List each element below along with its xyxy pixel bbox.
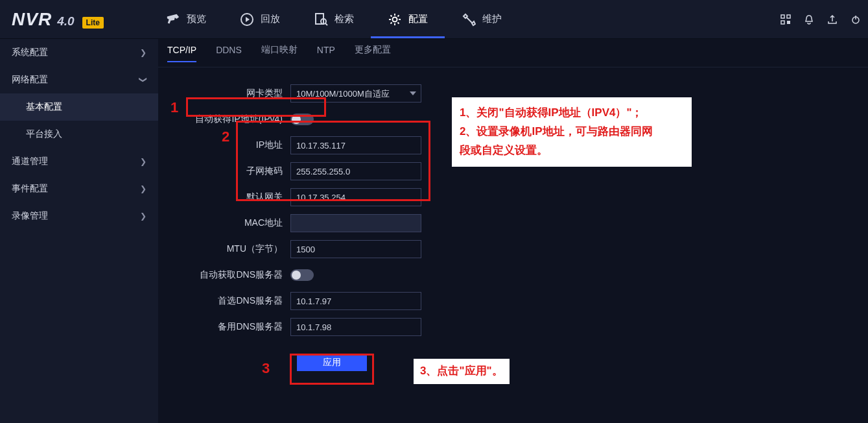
chevron-right-icon: ❯	[140, 48, 147, 57]
svg-rect-7	[781, 21, 784, 24]
nav-search[interactable]: 检索	[297, 0, 371, 38]
nav-label: 回放	[261, 13, 280, 25]
auto-ipv4-toggle[interactable]	[290, 114, 314, 125]
logo: NVR 4.0 Lite	[12, 9, 104, 30]
nav-label: 检索	[334, 13, 354, 25]
note-line: 2、设置录像机IP地址，可与路由器同网	[460, 123, 684, 141]
nic-type-select[interactable]: 10M/100M/1000M自适应	[290, 84, 421, 103]
sidebar-item-label: 事件配置	[12, 183, 48, 195]
wrench-icon	[462, 12, 476, 27]
sub-tabs: TCP/IP DDNS 端口映射 NTP 更多配置	[158, 39, 868, 67]
nav-label: 维护	[482, 13, 502, 25]
chevron-down-icon: ❯	[139, 77, 148, 83]
sidebar-sub-label: 基本配置	[26, 101, 62, 113]
search-doc-icon	[314, 12, 328, 27]
sidebar-item-label: 通道管理	[12, 156, 48, 167]
sidebar-sub-label: 平台接入	[26, 128, 62, 140]
sidebar-sub-basic[interactable]: 基本配置	[0, 93, 158, 121]
export-icon[interactable]	[827, 14, 838, 25]
playback-icon	[240, 12, 254, 27]
mac-input	[290, 214, 421, 232]
subtab-ntp[interactable]: NTP	[317, 45, 335, 62]
sidebar-item-label: 录像管理	[12, 210, 48, 222]
sidebar: 系统配置 ❯ 网络配置 ❯ 基本配置 平台接入 通道管理 ❯ 事件配置 ❯ 录像…	[0, 39, 158, 423]
svg-rect-8	[787, 21, 790, 24]
sidebar-item-label: 网络配置	[12, 74, 48, 86]
svg-line-3	[325, 23, 327, 25]
nav-label: 配置	[408, 13, 428, 25]
sidebar-item-network[interactable]: 网络配置 ❯	[0, 66, 158, 93]
form-area: 网卡类型 10M/100M/1000M自适应 自动获得IP地址(IPv4) IP…	[158, 67, 868, 385]
top-right-icons	[780, 14, 862, 25]
annotation-number-1: 1	[170, 99, 178, 116]
nav-playback[interactable]: 回放	[223, 0, 297, 38]
chevron-right-icon: ❯	[140, 184, 147, 193]
sidebar-item-channel[interactable]: 通道管理 ❯	[0, 148, 158, 175]
nav-maintain[interactable]: 维护	[445, 0, 519, 38]
note-line: 1、关闭"自动获得IP地址（IPV4）"；	[460, 104, 684, 123]
mask-label: 子网掩码	[158, 165, 290, 177]
nic-type-select-wrap: 10M/100M/1000M自适应	[290, 84, 421, 103]
qr-icon[interactable]	[780, 14, 792, 25]
top-nav: 预览 回放 检索 配置 维护	[149, 0, 519, 38]
dns2-label: 备用DNS服务器	[158, 321, 290, 333]
logo-edition: Lite	[82, 17, 104, 29]
power-icon[interactable]	[850, 14, 862, 25]
camera-icon	[166, 12, 180, 27]
mtu-input[interactable]	[290, 240, 421, 258]
svg-rect-5	[781, 15, 784, 18]
mac-label: MAC地址	[158, 217, 290, 229]
logo-version: 4.0	[57, 14, 74, 29]
logo-text: NVR	[12, 9, 52, 30]
sidebar-sub-platform[interactable]: 平台接入	[0, 121, 158, 148]
annotation-number-3: 3	[262, 360, 270, 377]
nav-preview[interactable]: 预览	[149, 0, 223, 38]
gw-label: 默认网关	[158, 191, 290, 203]
bell-icon[interactable]	[803, 14, 815, 25]
auto-dns-label: 自动获取DNS服务器	[158, 269, 290, 281]
dns1-label: 首选DNS服务器	[158, 295, 290, 307]
nav-config[interactable]: 配置	[371, 0, 445, 38]
subtab-more[interactable]: 更多配置	[355, 44, 391, 62]
chevron-right-icon: ❯	[140, 212, 147, 221]
annotation-note-b: 3、点击"应用"。	[414, 359, 510, 384]
sidebar-item-event[interactable]: 事件配置 ❯	[0, 175, 158, 202]
dns1-input[interactable]	[290, 292, 421, 310]
top-bar: NVR 4.0 Lite 预览 回放 检索 配置	[0, 0, 868, 39]
chevron-right-icon: ❯	[140, 157, 147, 166]
gear-icon	[388, 12, 402, 27]
ip-input[interactable]	[290, 136, 421, 154]
sidebar-item-record[interactable]: 录像管理 ❯	[0, 202, 158, 230]
nic-type-label: 网卡类型	[158, 88, 290, 99]
mask-input[interactable]	[290, 162, 421, 180]
sidebar-item-label: 系统配置	[12, 47, 48, 58]
note-line: 段或自定义设置。	[460, 141, 684, 160]
auto-dns-toggle[interactable]	[290, 269, 314, 281]
main-content: TCP/IP DDNS 端口映射 NTP 更多配置 网卡类型 10M/100M/…	[158, 39, 868, 423]
subtab-ddns[interactable]: DDNS	[216, 45, 242, 62]
apply-button[interactable]: 应用	[297, 354, 367, 371]
annotation-note-a: 1、关闭"自动获得IP地址（IPV4）"； 2、设置录像机IP地址，可与路由器同…	[452, 97, 692, 167]
mtu-label: MTU（字节）	[158, 243, 290, 255]
nav-label: 预览	[187, 13, 206, 25]
sidebar-item-system[interactable]: 系统配置 ❯	[0, 39, 158, 66]
annotation-number-2: 2	[222, 128, 229, 145]
subtab-port[interactable]: 端口映射	[261, 44, 298, 62]
dns2-input[interactable]	[290, 318, 421, 336]
svg-rect-6	[787, 15, 790, 18]
gw-input[interactable]	[290, 188, 421, 206]
svg-point-4	[392, 17, 397, 21]
subtab-tcpip[interactable]: TCP/IP	[167, 45, 196, 62]
